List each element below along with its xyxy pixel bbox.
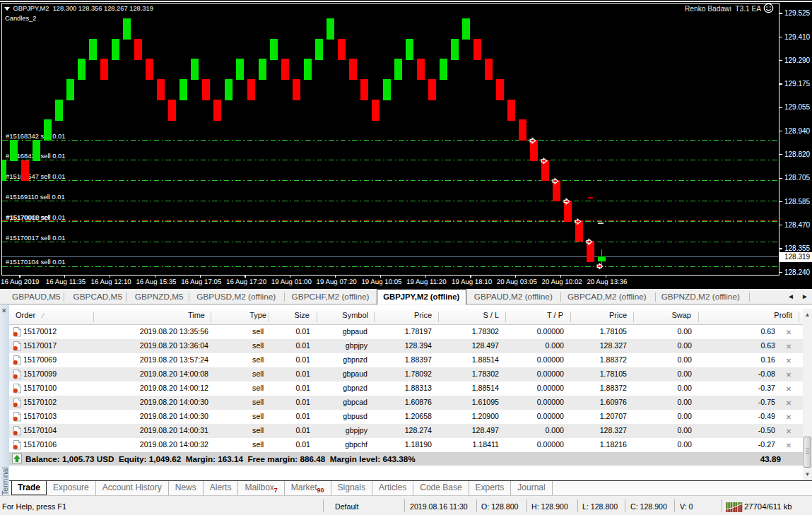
svg-text:#15170017 sell 0.01: #15170017 sell 0.01 xyxy=(6,234,65,242)
svg-text:#15168547 sell 0.01: #15168547 sell 0.01 xyxy=(6,172,65,180)
svg-text:#15169110 sell 0.01: #15169110 sell 0.01 xyxy=(6,193,65,201)
svg-text:#15168342 sell 0.01: #15168342 sell 0.01 xyxy=(6,132,65,140)
svg-text:#15170104 sell 0.01: #15170104 sell 0.01 xyxy=(6,258,65,266)
svg-text:#15170000 sel: #15170000 sel xyxy=(6,213,50,221)
